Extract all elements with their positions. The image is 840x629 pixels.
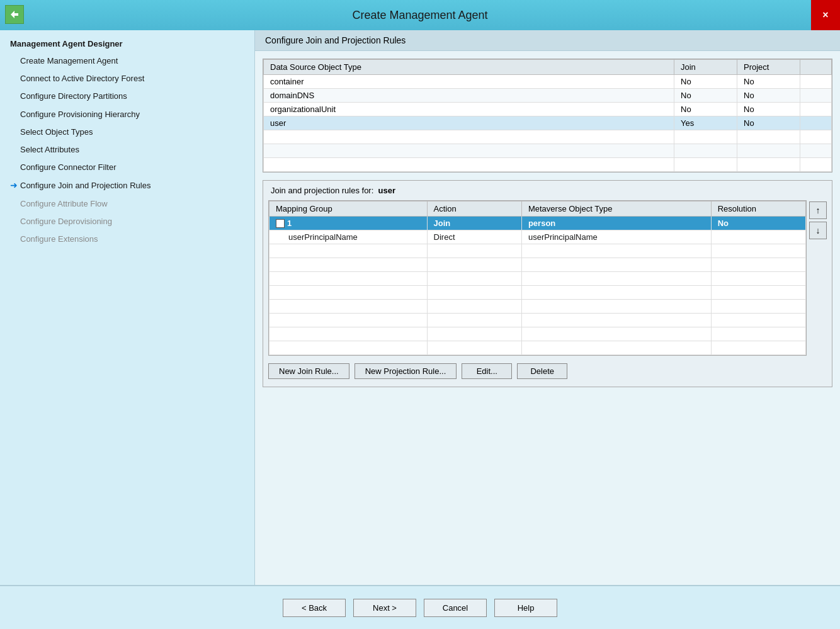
new-projection-rule-button[interactable]: New Projection Rule...: [355, 363, 457, 379]
content-header: Configure Join and Projection Rules: [255, 30, 840, 51]
table-row-empty: [264, 158, 832, 172]
back-icon[interactable]: [5, 5, 24, 24]
rules-table-row-2[interactable]: userPrincipalName Direct userPrincipalNa…: [270, 230, 806, 244]
rules-table-row-empty: [270, 341, 806, 355]
help-button[interactable]: Help: [494, 599, 557, 617]
rules-table-row-1[interactable]: −1 Join person No: [270, 217, 806, 230]
rules-table-row-empty: [270, 286, 806, 300]
sidebar-item-ext[interactable]: Configure Extensions: [0, 230, 254, 248]
cell-mv-type: person: [521, 217, 711, 230]
cell-join: No: [674, 103, 737, 116]
back-button[interactable]: < Back: [283, 599, 346, 617]
cell-join: Yes: [674, 116, 737, 130]
cell-join: No: [674, 89, 737, 103]
sidebar-item-hierarchy[interactable]: Configure Provisioning Hierarchy: [0, 106, 254, 123]
table-row-empty: [264, 144, 832, 158]
rules-table-row-empty: [270, 314, 806, 327]
main-container: Management Agent Designer Create Managem…: [0, 30, 840, 585]
cell-action: Join: [427, 217, 521, 230]
lower-section: Join and projection rules for: user Mapp…: [263, 180, 832, 387]
col-project: Project: [737, 60, 800, 75]
sidebar-header: Management Agent Designer: [0, 35, 254, 52]
cell-type: container: [264, 75, 674, 89]
cell-project: No: [737, 103, 800, 116]
new-join-rule-button[interactable]: New Join Rule...: [268, 363, 349, 379]
cell-type: user: [264, 116, 674, 130]
cell-resolution: No: [711, 217, 805, 230]
sidebar-item-objects[interactable]: Select Object Types: [0, 123, 254, 141]
close-button[interactable]: ×: [811, 0, 840, 30]
sidebar-item-attributes[interactable]: Select Attributes: [0, 141, 254, 159]
window-title: Create Management Agent: [352, 9, 487, 22]
sidebar-item-attrflow[interactable]: Configure Attribute Flow: [0, 195, 254, 213]
sidebar-item-partitions[interactable]: Configure Directory Partitions: [0, 88, 254, 105]
cell-type: domainDNS: [264, 89, 674, 103]
col-resolution: Resolution: [711, 201, 805, 217]
col-extra: [800, 60, 832, 75]
object-type-label: user: [378, 186, 395, 195]
rules-table-container: Mapping Group Action Metaverse Object Ty…: [268, 200, 807, 356]
sidebar-item-deprov[interactable]: Configure Deprovisioning: [0, 213, 254, 230]
cell-mapping-group: userPrincipalName: [270, 230, 428, 244]
next-button[interactable]: Next >: [353, 599, 416, 617]
move-up-button[interactable]: ↑: [809, 201, 827, 219]
lower-action-buttons: New Join Rule... New Projection Rule... …: [268, 361, 827, 382]
rules-table-wrapper: Mapping Group Action Metaverse Object Ty…: [268, 200, 827, 356]
lower-section-header: Join and projection rules for: user: [268, 186, 827, 195]
cell-mapping-group: −1: [270, 217, 428, 230]
rules-table-row-empty: [270, 258, 806, 272]
rules-table-row-empty: [270, 300, 806, 314]
col-mv-type: Metaverse Object Type: [521, 201, 711, 217]
cell-resolution: [711, 230, 805, 244]
cell-project: No: [737, 75, 800, 89]
cell-type: organizationalUnit: [264, 103, 674, 116]
sidebar-item-create[interactable]: Create Management Agent: [0, 52, 254, 70]
sidebar-item-connect[interactable]: Connect to Active Directory Forest: [0, 70, 254, 88]
cancel-button[interactable]: Cancel: [424, 599, 487, 617]
table-row[interactable]: organizationalUnit No No: [264, 103, 832, 116]
col-action: Action: [427, 201, 521, 217]
content-body: Data Source Object Type Join Project con…: [255, 51, 840, 585]
sidebar-item-filter[interactable]: Configure Connector Filter: [0, 159, 254, 176]
rules-table-row-empty: [270, 244, 806, 258]
up-down-buttons: ↑ ↓: [809, 200, 827, 356]
cell-project: No: [737, 89, 800, 103]
content-area: Configure Join and Projection Rules Data…: [255, 30, 840, 585]
title-bar: Create Management Agent ×: [0, 0, 840, 30]
sidebar-item-join[interactable]: ➜ Configure Join and Projection Rules: [0, 176, 254, 195]
col-mapping-group: Mapping Group: [270, 201, 428, 217]
move-down-button[interactable]: ↓: [809, 222, 827, 239]
upper-data-table: Data Source Object Type Join Project con…: [263, 59, 832, 172]
table-row-user[interactable]: user Yes No: [264, 116, 832, 130]
expand-icon[interactable]: −: [276, 219, 285, 228]
current-arrow-icon: ➜: [10, 179, 18, 192]
table-row-empty: [264, 130, 832, 144]
upper-table-container: Data Source Object Type Join Project con…: [263, 59, 832, 173]
cell-project: No: [737, 116, 800, 130]
table-row[interactable]: domainDNS No No: [264, 89, 832, 103]
table-row[interactable]: container No No: [264, 75, 832, 89]
cell-join: No: [674, 75, 737, 89]
cell-action: Direct: [427, 230, 521, 244]
col-join: Join: [674, 60, 737, 75]
rules-table-row-empty: [270, 272, 806, 286]
col-data-source: Data Source Object Type: [264, 60, 674, 75]
footer: < Back Next > Cancel Help: [0, 585, 840, 629]
rules-table: Mapping Group Action Metaverse Object Ty…: [269, 201, 806, 355]
cell-mv-type: userPrincipalName: [521, 230, 711, 244]
rules-table-row-empty: [270, 327, 806, 341]
delete-button[interactable]: Delete: [517, 363, 567, 379]
sidebar: Management Agent Designer Create Managem…: [0, 30, 255, 585]
edit-button[interactable]: Edit...: [462, 363, 512, 379]
